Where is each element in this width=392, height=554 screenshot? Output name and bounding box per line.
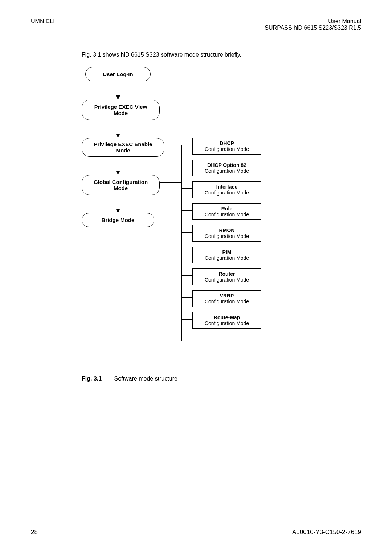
bracket-cap xyxy=(181,145,192,145)
user-login-label: User Log-In xyxy=(103,71,133,77)
bridge-mode-box: Bridge Mode xyxy=(82,213,154,227)
bracket-cap xyxy=(181,341,192,341)
router-title: Router xyxy=(198,271,256,277)
priv-view-label: Privilege EXEC View Mode xyxy=(94,104,147,116)
vrrp-box: VRRP Configuration Mode xyxy=(192,290,261,307)
priv-enable-label: Privilege EXEC Enable Mode xyxy=(94,141,152,153)
page-number: 28 xyxy=(31,529,38,536)
bridge-mode-label: Bridge Mode xyxy=(102,217,135,223)
connector-h xyxy=(160,182,181,183)
router-box: Router Configuration Mode xyxy=(192,268,261,285)
document-code: A50010-Y3-C150-2-7619 xyxy=(292,529,361,536)
dhcp82-sub: Configuration Mode xyxy=(198,168,256,174)
rule-box: Rule Configuration Mode xyxy=(192,203,261,220)
rule-sub: Configuration Mode xyxy=(198,212,256,217)
arrow-head xyxy=(116,171,120,175)
global-config-label: Global Configuration Mode xyxy=(94,179,148,191)
connector xyxy=(181,188,192,189)
figure-number: Fig. 3.1 xyxy=(82,376,102,382)
arrow-head xyxy=(116,209,120,213)
pim-sub: Configuration Mode xyxy=(198,255,256,261)
connector xyxy=(181,275,192,276)
priv-enable-box: Privilege EXEC Enable Mode xyxy=(82,138,164,157)
arrow-line xyxy=(118,82,118,97)
dhcp82-title: DHCP Option 82 xyxy=(198,162,256,168)
dhcp82-box: DHCP Option 82 Configuration Mode xyxy=(192,160,261,176)
header-divider xyxy=(31,35,361,35)
page-footer: 28 A50010-Y3-C150-2-7619 xyxy=(0,529,392,536)
rule-title: Rule xyxy=(198,206,256,212)
routemap-sub: Configuration Mode xyxy=(198,320,256,326)
connector xyxy=(181,297,192,298)
arrow-line xyxy=(118,152,118,172)
routemap-box: Route-Map Configuration Mode xyxy=(192,312,261,329)
interface-title: Interface xyxy=(198,184,256,190)
bracket-line xyxy=(181,145,182,341)
routemap-title: Route-Map xyxy=(198,315,256,320)
connector xyxy=(181,210,192,211)
rmon-sub: Configuration Mode xyxy=(198,233,256,239)
page-header: UMN:CLI User Manual SURPASS hiD 6615 S22… xyxy=(0,0,392,31)
figure-caption: Fig. 3.1 Software mode structure xyxy=(82,376,392,382)
router-sub: Configuration Mode xyxy=(198,277,256,283)
dhcp-box: DHCP Configuration Mode xyxy=(192,138,261,155)
priv-view-box: Privilege EXEC View Mode xyxy=(82,100,160,120)
arrow-head xyxy=(116,134,120,138)
header-right-line1: User Manual xyxy=(265,18,361,25)
rmon-box: RMON Configuration Mode xyxy=(192,225,261,242)
header-right: User Manual SURPASS hiD 6615 S223/S323 R… xyxy=(265,18,361,31)
connector xyxy=(181,319,192,320)
connector xyxy=(181,254,192,254)
diagram-container: User Log-In Privilege EXEC View Mode Pri… xyxy=(82,67,299,350)
header-right-line2: SURPASS hiD 6615 S223/S323 R1.5 xyxy=(265,25,361,31)
pim-box: PIM Configuration Mode xyxy=(192,247,261,263)
interface-box: Interface Configuration Mode xyxy=(192,181,261,198)
arrow-line xyxy=(118,190,118,210)
user-login-box: User Log-In xyxy=(85,67,151,81)
global-config-box: Global Configuration Mode xyxy=(82,175,160,195)
intro-text: Fig. 3.1 shows hiD 6615 S323 software mo… xyxy=(82,52,392,58)
arrow-head xyxy=(116,95,120,100)
rmon-title: RMON xyxy=(198,227,256,233)
connector xyxy=(181,167,192,167)
vrrp-title: VRRP xyxy=(198,293,256,299)
connector xyxy=(181,232,192,233)
figure-text: Software mode structure xyxy=(114,376,177,382)
interface-sub: Configuration Mode xyxy=(198,190,256,196)
vrrp-sub: Configuration Mode xyxy=(198,299,256,304)
header-left: UMN:CLI xyxy=(31,18,55,31)
pim-title: PIM xyxy=(198,249,256,255)
dhcp-sub: Configuration Mode xyxy=(198,146,256,152)
dhcp-title: DHCP xyxy=(198,140,256,146)
arrow-line xyxy=(118,115,118,135)
